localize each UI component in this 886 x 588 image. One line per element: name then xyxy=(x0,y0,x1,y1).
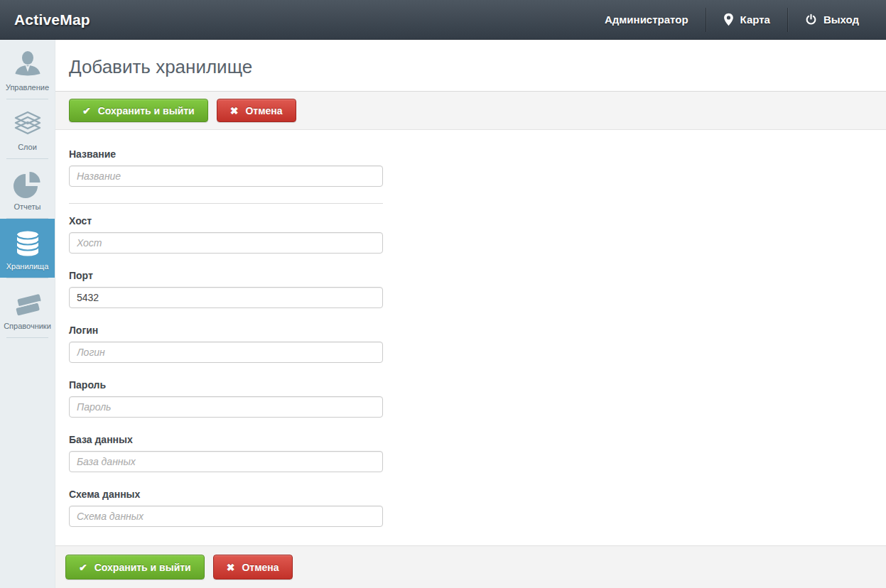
sidebar-item-label: Управление xyxy=(1,83,53,92)
map-link-label: Карта xyxy=(740,13,770,26)
x-icon: ✖ xyxy=(230,106,239,116)
user-icon xyxy=(1,49,53,80)
current-user-label: Администратор xyxy=(605,13,688,26)
form-field-login: Логин xyxy=(69,325,383,363)
save-button[interactable]: ✔ Сохранить и выйти xyxy=(69,99,208,122)
form-field-port: Порт xyxy=(69,270,383,308)
sidebar-item-storages[interactable]: Хранилища xyxy=(0,219,55,278)
storage-form: Название Хост Порт Логин Пароль База дан… xyxy=(55,130,886,563)
pie-chart-icon xyxy=(1,168,53,200)
top-bar: ActiveMap Администратор Карта xyxy=(0,0,886,40)
toolbar-bottom: ✔ Сохранить и выйти ✖ Отмена xyxy=(55,545,886,588)
cancel-button-label: Отмена xyxy=(242,562,279,573)
form-field-schema: Схема данных xyxy=(69,489,383,527)
field-label: Порт xyxy=(69,270,383,282)
main-content: Добавить хранилище ✔ Сохранить и выйти ✖… xyxy=(55,40,886,588)
logout-link[interactable]: Выход xyxy=(788,0,876,39)
database-input[interactable] xyxy=(69,451,383,472)
sidebar-item-label: Слои xyxy=(1,143,53,151)
page-title: Добавить хранилище xyxy=(69,57,873,77)
sidebar-item-layers[interactable]: Слои xyxy=(0,99,55,158)
sidebar-item-label: Хранилища xyxy=(1,262,53,271)
toolbar-top: ✔ Сохранить и выйти ✖ Отмена xyxy=(55,91,886,130)
cancel-button[interactable]: ✖ Отмена xyxy=(213,555,293,579)
field-label: Хост xyxy=(69,215,383,227)
map-link[interactable]: Карта xyxy=(706,0,787,39)
field-label: Название xyxy=(69,148,383,160)
cancel-button-label: Отмена xyxy=(245,105,282,116)
login-input[interactable] xyxy=(69,342,383,363)
sidebar: Управление Слои Отчеты xyxy=(0,40,55,588)
form-divider xyxy=(69,203,383,204)
location-pin-icon xyxy=(723,13,734,26)
field-label: База данных xyxy=(69,434,383,446)
books-icon xyxy=(1,288,53,319)
sidebar-item-management[interactable]: Управление xyxy=(0,40,55,99)
form-field-database: База данных xyxy=(69,434,383,472)
top-nav: Администратор Карта Вых xyxy=(588,0,876,39)
check-icon: ✔ xyxy=(79,562,87,572)
sidebar-item-directories[interactable]: Справочники xyxy=(0,278,55,337)
current-user-link[interactable]: Администратор xyxy=(588,0,706,39)
save-button-label: Сохранить и выйти xyxy=(98,105,195,116)
app-window: ActiveMap Администратор Карта xyxy=(0,0,886,588)
x-icon: ✖ xyxy=(227,562,235,572)
save-button[interactable]: ✔ Сохранить и выйти xyxy=(65,555,205,579)
app-logo[interactable]: ActiveMap xyxy=(14,11,90,28)
password-input[interactable] xyxy=(69,396,383,418)
logout-link-label: Выход xyxy=(823,13,859,26)
form-field-password: Пароль xyxy=(69,379,383,418)
host-input[interactable] xyxy=(69,232,383,254)
field-label: Схема данных xyxy=(69,489,383,501)
check-icon: ✔ xyxy=(82,106,91,116)
power-icon xyxy=(805,13,817,26)
title-row: Добавить хранилище xyxy=(55,40,886,91)
form-field-name: Название xyxy=(69,148,383,187)
field-label: Пароль xyxy=(69,379,383,391)
sidebar-divider xyxy=(6,337,48,338)
form-field-host: Хост xyxy=(69,215,383,254)
database-icon xyxy=(1,228,53,259)
save-button-label: Сохранить и выйти xyxy=(94,562,191,573)
layers-icon xyxy=(1,109,53,140)
cancel-button[interactable]: ✖ Отмена xyxy=(217,99,296,122)
field-label: Логин xyxy=(69,325,383,337)
sidebar-item-reports[interactable]: Отчеты xyxy=(0,159,55,218)
name-input[interactable] xyxy=(69,165,383,187)
sidebar-item-label: Отчеты xyxy=(1,202,53,211)
schema-input[interactable] xyxy=(69,506,383,527)
port-input[interactable] xyxy=(69,287,383,308)
sidebar-item-label: Справочники xyxy=(1,322,53,330)
